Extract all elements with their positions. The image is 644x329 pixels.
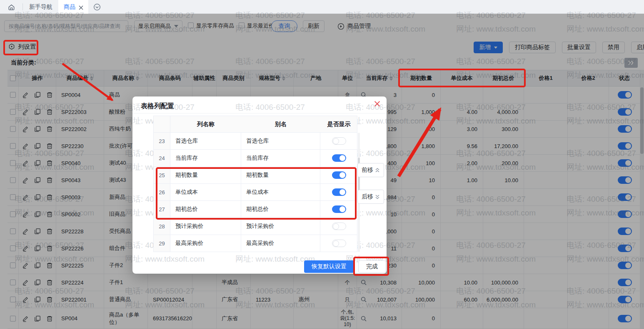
config-row-index: 24 — [154, 150, 170, 166]
config-column-alias: 单位成本 — [241, 184, 320, 200]
column-config-row: 27 期初总价 期初总价 — [154, 201, 357, 218]
tab-product-label: 商品 — [64, 3, 75, 11]
config-row-index: 23 — [154, 133, 170, 149]
config-column-name: 单位成本 — [170, 184, 241, 200]
dialog-divider — [132, 113, 387, 114]
visibility-toggle[interactable] — [332, 240, 346, 247]
tab-divider — [22, 3, 23, 10]
tab-list-dropdown-icon[interactable] — [93, 3, 101, 11]
column-config-table: 列名称别名是否显示 23 首选仓库 首选仓库 24 当前库存 当前库存 25 期… — [153, 116, 357, 252]
column-config-dialog: 电话: 4006-6500-27网址: www.tdxsoft.com电话: 4… — [132, 96, 387, 274]
dialog-title: 表格列配置 — [141, 102, 174, 111]
column-config-row: 24 当前库存 当前库存 — [154, 150, 357, 167]
visibility-toggle[interactable] — [332, 171, 346, 179]
config-column-alias: 当前库存 — [241, 150, 320, 166]
config-column-name: 当前库存 — [170, 150, 241, 166]
config-column-name: 预计采购价 — [170, 218, 241, 235]
config-row-index: 28 — [154, 218, 170, 235]
config-column-name: 期初数量 — [170, 167, 241, 183]
config-column-alias: 期初数量 — [241, 167, 320, 183]
config-column-name: 期初总价 — [170, 201, 241, 218]
config-row-index: 25 — [154, 167, 170, 183]
config-row-index: 26 — [154, 184, 170, 200]
config-header-1: 别名 — [241, 116, 320, 132]
config-column-alias: 预计采购价 — [241, 218, 320, 235]
visibility-toggle[interactable] — [332, 205, 346, 213]
restore-defaults-button[interactable]: 恢复默认设置 — [304, 260, 354, 273]
dialog-close-icon[interactable] — [374, 101, 382, 109]
column-config-row: 28 预计采购价 预计采购价 — [154, 218, 357, 235]
move-down-button[interactable]: 后移 — [357, 190, 384, 204]
double-chevron-up-icon — [375, 168, 380, 173]
tab-close-icon[interactable] — [79, 5, 83, 9]
tab-newbie-guide[interactable]: 新手导航 — [27, 0, 54, 14]
tab-product[interactable]: 商品 — [58, 0, 88, 14]
config-column-alias: 首选仓库 — [241, 133, 320, 149]
visibility-toggle[interactable] — [332, 188, 346, 196]
double-chevron-down-icon — [375, 194, 380, 200]
config-header-2: 是否显示 — [320, 116, 357, 132]
move-up-button[interactable]: 前移 — [357, 163, 384, 177]
config-row-index: 27 — [154, 201, 170, 218]
config-column-alias: 期初总价 — [241, 201, 320, 218]
config-header-0: 列名称 — [170, 116, 241, 132]
config-row-index: 29 — [154, 235, 170, 252]
move-down-label: 后移 — [362, 193, 373, 200]
config-column-alias: 最高采购价 — [241, 235, 320, 252]
visibility-toggle[interactable] — [332, 137, 346, 145]
column-config-row: 26 单位成本 单位成本 — [154, 184, 357, 201]
done-button[interactable]: 完成 — [358, 260, 386, 273]
app-window: 新手导航 商品 显示启用商品 显示零库存商品 显示最近价 查询 刷新 商品管理 — [0, 0, 644, 329]
move-up-label: 前移 — [362, 166, 373, 174]
config-column-name: 最高采购价 — [170, 235, 241, 252]
column-config-row: 29 最高采购价 最高采购价 — [154, 235, 357, 252]
config-column-name: 首选仓库 — [170, 133, 241, 149]
config-header-index — [154, 116, 170, 132]
visibility-toggle[interactable] — [332, 223, 346, 230]
tab-bar: 新手导航 商品 — [0, 0, 644, 14]
home-icon[interactable] — [6, 2, 17, 12]
column-config-row: 23 首选仓库 首选仓库 — [154, 133, 357, 150]
visibility-toggle[interactable] — [332, 154, 346, 162]
column-config-row: 25 期初数量 期初数量 — [154, 167, 357, 184]
